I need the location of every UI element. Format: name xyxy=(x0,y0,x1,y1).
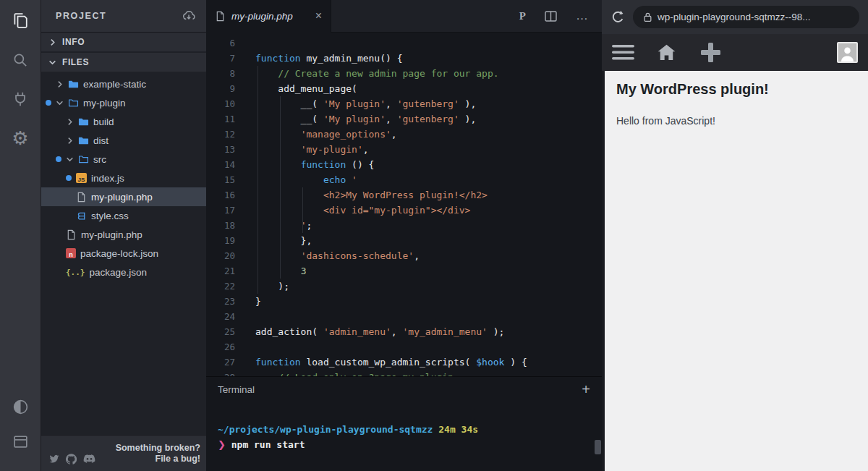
cloud-download-icon[interactable] xyxy=(182,9,196,23)
page-body-text: Hello from JavaScript! xyxy=(616,115,855,127)
split-editor-icon[interactable] xyxy=(545,11,557,22)
code-line-16[interactable]: 16 <h2>My WordPress plugin!</h2> xyxy=(206,187,602,203)
file-label: example-static xyxy=(83,79,146,90)
line-number: 11 xyxy=(206,111,235,127)
theme-contrast-icon[interactable] xyxy=(8,394,33,419)
bug-line2: File a bug! xyxy=(116,454,200,464)
reload-icon[interactable] xyxy=(610,9,626,25)
terminal-output[interactable]: ~/projects/wp-plugin-playground-sqtmzz 2… xyxy=(206,402,602,471)
modified-dot-icon xyxy=(56,156,61,162)
prettier-icon[interactable]: P xyxy=(519,10,526,22)
code-line-6[interactable]: 6 xyxy=(206,35,602,51)
code-line-12[interactable]: 12 'manage_options', xyxy=(206,127,602,142)
chevron-right-icon xyxy=(48,38,56,46)
tree-item-example-static[interactable]: example-static xyxy=(41,75,206,93)
code-line-23[interactable]: 23} xyxy=(206,294,602,309)
code-line-14[interactable]: 14 function () { xyxy=(206,157,602,172)
code-line-25[interactable]: 25add_action( 'admin_menu', 'my_admin_me… xyxy=(206,324,602,339)
activity-bar-bottom xyxy=(8,394,33,471)
file-label: my-plugin xyxy=(83,98,126,109)
home-icon[interactable] xyxy=(656,43,677,62)
code-line-15[interactable]: 15 echo ' xyxy=(206,172,602,187)
tree-item-build[interactable]: build xyxy=(41,112,206,131)
file-label: style.css xyxy=(91,211,129,221)
files-icon[interactable] xyxy=(8,9,33,33)
file-label: build xyxy=(93,116,114,127)
line-number: 20 xyxy=(206,248,235,263)
account-avatar-icon[interactable] xyxy=(837,42,858,63)
file-label: package-lock.json xyxy=(80,248,158,259)
tree-item-src[interactable]: src xyxy=(41,150,206,169)
code-line-10[interactable]: 10 __( 'My plugin', 'gutenberg' ), xyxy=(206,96,602,111)
section-info[interactable]: INFO xyxy=(41,33,206,51)
plug-icon[interactable] xyxy=(8,87,33,111)
file-icon xyxy=(215,11,226,22)
code-line-21[interactable]: 21 3 xyxy=(206,263,602,279)
new-terminal-icon[interactable]: + xyxy=(582,382,590,396)
tab-my-plugin-php[interactable]: my-plugin.php × xyxy=(206,0,331,33)
line-number: 22 xyxy=(206,279,235,294)
file-label: my-plugin.php xyxy=(91,192,153,203)
chevron-down-icon xyxy=(48,59,56,67)
line-number: 17 xyxy=(206,203,235,218)
tree-item-index.js[interactable]: JSindex.js xyxy=(41,169,206,187)
chevron-right-icon xyxy=(56,80,64,88)
folder-icon xyxy=(68,79,79,90)
file-a-bug-link[interactable]: Something broken? File a bug! xyxy=(116,443,200,464)
tree-item-dist[interactable]: dist xyxy=(41,131,206,150)
github-icon[interactable] xyxy=(66,454,77,464)
folder-open-icon xyxy=(68,98,79,109)
chevron-right-icon xyxy=(66,137,74,145)
panel-layout-icon[interactable] xyxy=(8,429,33,454)
close-tab-icon[interactable]: × xyxy=(315,10,322,22)
line-number: 23 xyxy=(206,294,235,309)
line-number: 26 xyxy=(206,339,235,355)
line-number: 28 xyxy=(206,370,235,376)
browser-preview: wp-plugin-playground-sqtmzz--98... xyxy=(602,0,868,471)
code-line-18[interactable]: 18 '; xyxy=(206,218,602,233)
folder-icon xyxy=(78,116,89,127)
code-editor[interactable]: 67function my_admin_menu() {8 // Create … xyxy=(206,33,602,376)
browser-url-bar: wp-plugin-playground-sqtmzz--98... xyxy=(602,0,868,34)
code-line-20[interactable]: 20 'dashicons-schedule', xyxy=(206,248,602,263)
tree-item-package.json[interactable]: {..}package.json xyxy=(41,263,206,281)
code-line-13[interactable]: 13 'my-plugin', xyxy=(206,142,602,157)
more-actions-icon[interactable]: … xyxy=(576,9,589,23)
tree-item-my-plugin[interactable]: my-plugin xyxy=(41,93,206,112)
settings-gear-icon[interactable]: ⚙ xyxy=(8,126,33,150)
code-line-19[interactable]: 19 }, xyxy=(206,233,602,248)
preview-page: My WordPress plugin! Hello from JavaScri… xyxy=(602,71,868,471)
menu-icon[interactable] xyxy=(612,44,634,61)
tree-item-my-plugin.php[interactable]: my-plugin.php xyxy=(41,225,206,244)
line-number: 7 xyxy=(206,51,235,66)
code-line-9[interactable]: 9 add_menu_page( xyxy=(206,81,602,96)
line-number: 27 xyxy=(206,355,235,370)
code-line-24[interactable]: 24 xyxy=(206,309,602,324)
line-number: 9 xyxy=(206,81,235,96)
tab-label: my-plugin.php xyxy=(231,11,293,22)
code-line-7[interactable]: 7function my_admin_menu() { xyxy=(206,51,602,66)
discord-icon[interactable] xyxy=(83,454,95,464)
address-bar[interactable]: wp-plugin-playground-sqtmzz--98... xyxy=(633,6,859,28)
code-line-22[interactable]: 22 ); xyxy=(206,279,602,294)
terminal-scrollbar[interactable] xyxy=(595,440,601,454)
code-line-17[interactable]: 17 <div id="my-plugin"></div> xyxy=(206,203,602,218)
file-icon xyxy=(66,229,77,240)
code-line-28[interactable]: 28 // Load only on ?page=my-plugin xyxy=(206,370,602,376)
code-line-27[interactable]: 27function load_custom_wp_admin_scripts(… xyxy=(206,355,602,370)
tree-item-style.css[interactable]: style.css xyxy=(41,206,206,225)
code-line-11[interactable]: 11 __( 'My plugin', 'gutenberg' ), xyxy=(206,111,602,127)
code-line-8[interactable]: 8 // Create a new admin page for our app… xyxy=(206,66,602,81)
indent-guide xyxy=(302,187,303,233)
line-number: 16 xyxy=(206,187,235,203)
new-tab-icon[interactable] xyxy=(699,41,723,64)
tree-item-package-lock.json[interactable]: npackage-lock.json xyxy=(41,244,206,263)
search-icon[interactable] xyxy=(8,48,33,72)
tree-item-my-plugin.php[interactable]: my-plugin.php xyxy=(41,187,206,206)
twitter-icon[interactable] xyxy=(48,454,59,464)
file-label: package.json xyxy=(90,267,148,278)
section-files[interactable]: FILES xyxy=(41,53,206,72)
code-line-26[interactable]: 26 xyxy=(206,339,602,355)
social-links xyxy=(48,454,95,464)
line-number: 18 xyxy=(206,218,235,233)
